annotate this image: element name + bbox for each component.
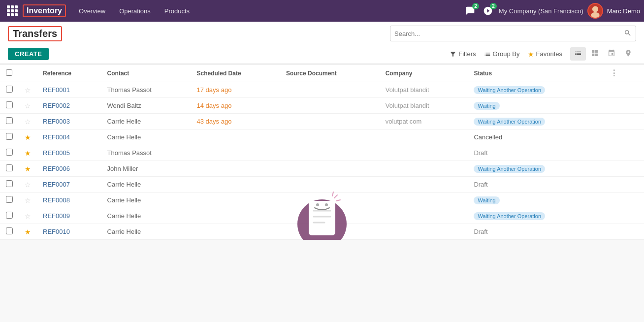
select-all-checkbox[interactable] (6, 69, 12, 76)
row-checkbox-cell[interactable] (0, 224, 19, 240)
table-body: ☆ REF0001 Thomas Passot 17 days ago Volu… (0, 82, 644, 240)
list-view-icon[interactable] (570, 47, 586, 61)
row-reference[interactable]: REF0002 (37, 98, 101, 114)
group-by-button[interactable]: Group By (484, 50, 520, 58)
transfers-table: Reference Contact Scheduled Date Source … (0, 64, 644, 240)
row-checkbox[interactable] (6, 149, 13, 156)
row-reference[interactable]: REF0003 (37, 114, 101, 129)
row-reference[interactable]: REF0007 (37, 177, 101, 193)
top-nav: Inventory Overview Operations Products 2… (0, 0, 644, 22)
nav-item-overview[interactable]: Overview (72, 0, 112, 22)
row-checkbox-cell[interactable] (0, 82, 19, 98)
row-reference[interactable]: REF0010 (37, 224, 101, 240)
more-options-header[interactable]: ⋮ (600, 64, 644, 82)
row-reference[interactable]: REF0005 (37, 145, 101, 161)
search-icon[interactable] (624, 29, 632, 38)
row-status: Draft (468, 177, 600, 193)
star-icon[interactable]: ☆ (25, 181, 31, 189)
row-checkbox[interactable] (6, 117, 13, 124)
star-icon[interactable]: ☆ (25, 212, 31, 220)
row-contact: Carrie Helle (101, 114, 191, 129)
row-checkbox[interactable] (6, 212, 13, 219)
row-star-cell[interactable]: ★ (19, 145, 37, 161)
row-star-cell[interactable]: ☆ (19, 98, 37, 114)
contact-column-header[interactable]: Contact (101, 64, 191, 82)
filters-label: Filters (458, 50, 476, 58)
row-checkbox[interactable] (6, 133, 13, 140)
star-icon[interactable]: ★ (25, 133, 31, 141)
reference-column-header[interactable]: Reference (37, 64, 101, 82)
column-settings-icon[interactable]: ⋮ (606, 69, 622, 77)
create-button[interactable]: CREATE (8, 48, 49, 60)
sub-header: Transfers CREATE Filters Group By ★ Favo… (0, 22, 644, 64)
filters-button[interactable]: Filters (450, 50, 476, 58)
row-checkbox-cell[interactable] (0, 208, 19, 224)
nav-item-operations[interactable]: Operations (112, 0, 158, 22)
app-name[interactable]: Inventory (23, 4, 66, 17)
star-icon[interactable]: ★ (25, 149, 31, 157)
star-icon[interactable]: ☆ (25, 118, 31, 126)
calendar-view-icon[interactable] (604, 47, 619, 61)
table-row: ☆ REF0008 Carrie Helle Waiting (0, 193, 644, 208)
row-checkbox[interactable] (6, 164, 13, 171)
source-document-column-header[interactable]: Source Document (280, 64, 380, 82)
kanban-view-icon[interactable] (587, 47, 603, 61)
map-view-icon[interactable] (620, 47, 636, 61)
row-checkbox[interactable] (6, 180, 13, 187)
row-contact: John Miller (101, 161, 191, 177)
row-checkbox-cell[interactable] (0, 145, 19, 161)
row-more (600, 177, 644, 193)
status-column-header[interactable]: Status (468, 64, 600, 82)
row-star-cell[interactable]: ☆ (19, 82, 37, 98)
select-all-checkbox-header[interactable] (0, 64, 19, 82)
row-star-cell[interactable]: ☆ (19, 208, 37, 224)
row-reference[interactable]: REF0009 (37, 208, 101, 224)
search-input[interactable] (394, 30, 624, 37)
row-checkbox-cell[interactable] (0, 193, 19, 208)
row-company (380, 193, 468, 208)
star-icon[interactable]: ☆ (25, 86, 31, 94)
row-company (380, 177, 468, 193)
table-row: ☆ REF0007 Carrie Helle Draft (0, 177, 644, 193)
row-checkbox-cell[interactable] (0, 114, 19, 129)
row-checkbox[interactable] (6, 86, 13, 93)
activity-badge: 2 (490, 3, 497, 9)
activity-icon[interactable]: 2 (481, 4, 495, 18)
row-checkbox[interactable] (6, 227, 13, 234)
favorites-button[interactable]: ★ Favorites (528, 50, 562, 58)
star-icon[interactable]: ☆ (25, 102, 31, 110)
messages-icon[interactable]: 2 (463, 4, 477, 18)
row-star-cell[interactable]: ☆ (19, 177, 37, 193)
row-star-cell[interactable]: ☆ (19, 114, 37, 129)
avatar[interactable] (587, 3, 603, 19)
company-column-header[interactable]: Company (380, 64, 468, 82)
row-star-cell[interactable]: ★ (19, 161, 37, 177)
row-checkbox[interactable] (6, 196, 13, 203)
app-grid-icon[interactable] (4, 2, 21, 19)
nav-right: 2 2 My Company (San Francisco) Marc Demo (463, 3, 640, 19)
username[interactable]: Marc Demo (607, 7, 640, 15)
row-status: Draft (468, 224, 600, 240)
scheduled-date-column-header[interactable]: Scheduled Date (191, 64, 281, 82)
star-icon[interactable]: ★ (25, 165, 31, 173)
row-source-document (280, 193, 380, 208)
row-checkbox-cell[interactable] (0, 161, 19, 177)
row-star-cell[interactable]: ☆ (19, 193, 37, 208)
row-checkbox-cell[interactable] (0, 129, 19, 145)
row-reference[interactable]: REF0004 (37, 129, 101, 145)
row-reference[interactable]: REF0008 (37, 193, 101, 208)
table-row: ☆ REF0009 Carrie Helle Waiting Another O… (0, 208, 644, 224)
star-icon[interactable]: ☆ (25, 196, 31, 204)
row-contact: Carrie Helle (101, 193, 191, 208)
star-icon[interactable]: ★ (25, 228, 31, 236)
company-name[interactable]: My Company (San Francisco) (499, 7, 583, 15)
row-date: 17 days ago (191, 82, 281, 98)
row-star-cell[interactable]: ★ (19, 129, 37, 145)
row-reference[interactable]: REF0001 (37, 82, 101, 98)
row-star-cell[interactable]: ★ (19, 224, 37, 240)
nav-item-products[interactable]: Products (158, 0, 196, 22)
row-checkbox-cell[interactable] (0, 177, 19, 193)
row-reference[interactable]: REF0006 (37, 161, 101, 177)
row-checkbox-cell[interactable] (0, 98, 19, 114)
row-checkbox[interactable] (6, 101, 13, 108)
